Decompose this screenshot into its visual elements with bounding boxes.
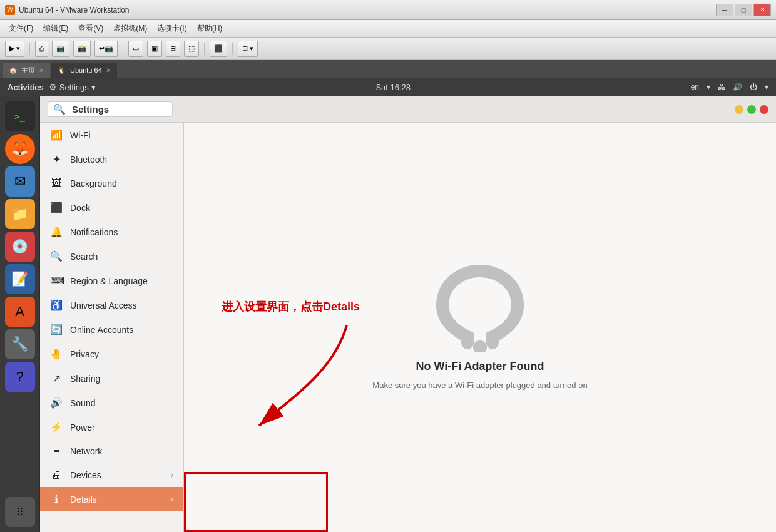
devices-icon: 🖨 xyxy=(50,469,63,481)
menu-tab[interactable]: 选项卡(I) xyxy=(153,22,190,35)
region-icon: ⌨ xyxy=(50,275,63,287)
toolbar-snapshot3[interactable]: ↩📷 xyxy=(94,41,118,57)
settings-sidebar: 📶 Wi-Fi ✦ Bluetooth 🖼 Background ⬛ Dock … xyxy=(40,123,184,532)
sidebar-item-network[interactable]: 🖥 Network xyxy=(40,439,183,463)
sidebar-label-power: Power xyxy=(70,422,95,432)
toolbar-fit[interactable]: ⊡ ▾ xyxy=(238,41,258,57)
sidebar-label-universal: Universal Access xyxy=(70,300,137,310)
toolbar-screen3[interactable]: ⊞ xyxy=(166,41,180,57)
menu-view[interactable]: 查看(V) xyxy=(74,22,107,35)
tab-ubuntu[interactable]: 🐧 Ubuntu 64 ✕ xyxy=(51,63,117,78)
sidebar-label-details: Details xyxy=(70,494,97,504)
home-icon: 🏠 xyxy=(9,66,18,74)
sound-icon: 🔊 xyxy=(733,83,742,91)
no-wifi-graphic xyxy=(430,265,530,352)
toolbar-send[interactable]: ⎙ xyxy=(35,41,48,57)
toolbar-screen4[interactable]: ⬚ xyxy=(184,41,199,57)
search-sidebar-icon: 🔍 xyxy=(50,250,63,262)
sidebar-item-dock[interactable]: ⬛ Dock xyxy=(40,195,183,220)
settings-dropdown-icon: ▾ xyxy=(91,83,96,92)
ubuntu-icon: 🐧 xyxy=(58,66,66,74)
settings-search-box[interactable]: 🔍 Settings xyxy=(48,101,173,117)
toolbar-screen2[interactable]: ▣ xyxy=(147,41,162,57)
sidebar-item-wifi[interactable]: 📶 Wi-Fi xyxy=(40,123,183,147)
close-button[interactable]: ✕ xyxy=(753,4,771,16)
dock-systemtools[interactable]: 🔧 xyxy=(5,329,35,359)
minimize-button[interactable]: ─ xyxy=(716,4,733,16)
settings-content: No Wi-Fi Adapter Found Make sure you hav… xyxy=(184,123,776,532)
tab-bar: 🏠 主页 ✕ 🐧 Ubuntu 64 ✕ xyxy=(0,60,776,78)
sidebar-label-privacy: Privacy xyxy=(70,349,99,359)
annotation-arrow-svg xyxy=(222,319,384,432)
sidebar-item-search[interactable]: 🔍 Search xyxy=(40,244,183,269)
dock-help[interactable]: ? xyxy=(5,362,35,392)
vmware-toolbar: ▶ ▾ ⎙ 📷 📸 ↩📷 ▭ ▣ ⊞ ⬚ ⬛ ⊡ ▾ xyxy=(0,38,776,60)
topbar-lang-arrow: ▾ xyxy=(707,83,710,91)
tab-home-close[interactable]: ✕ xyxy=(39,67,44,74)
sidebar-label-region: Region & Language xyxy=(70,276,148,286)
sidebar-label-sound: Sound xyxy=(70,398,95,408)
menu-vm[interactable]: 虚拟机(M) xyxy=(110,22,151,35)
settings-title: Settings xyxy=(72,104,109,115)
toolbar-power[interactable]: ▶ ▾ xyxy=(5,41,24,57)
apps-grid-icon: ⠿ xyxy=(16,506,24,518)
sidebar-item-sound[interactable]: 🔊 Sound xyxy=(40,391,183,415)
tab-ubuntu-close[interactable]: ✕ xyxy=(106,67,111,74)
sidebar-item-sharing[interactable]: ↗ Sharing xyxy=(40,366,183,391)
window-controls: ─ □ ✕ xyxy=(716,4,771,16)
topbar-lang[interactable]: en xyxy=(691,83,699,91)
topbar-datetime: Sat 16:28 xyxy=(96,83,691,92)
settings-close[interactable] xyxy=(760,105,768,114)
details-icon: ℹ xyxy=(50,493,63,505)
online-icon: 🔄 xyxy=(50,324,63,335)
no-wifi-title: No Wi-Fi Adapter Found xyxy=(416,360,544,373)
vmware-titlebar: W Ubuntu 64 - VMware Workstation ─ □ ✕ xyxy=(0,0,776,20)
dock-mail[interactable]: ✉ xyxy=(5,166,35,197)
sharing-icon: ↗ xyxy=(50,372,63,384)
activities-button[interactable]: Activities xyxy=(8,83,44,92)
privacy-icon: 🤚 xyxy=(50,348,63,360)
settings-minimize[interactable] xyxy=(735,105,743,114)
toolbar-screen1[interactable]: ▭ xyxy=(128,41,143,57)
dock-rhythmbox[interactable]: 💿 xyxy=(5,232,35,262)
settings-maximize[interactable] xyxy=(747,105,756,114)
menu-help[interactable]: 帮助(H) xyxy=(193,22,227,35)
dock-files[interactable]: 📁 xyxy=(5,199,35,229)
dock-notes[interactable]: 📝 xyxy=(5,264,35,294)
svg-point-0 xyxy=(473,340,487,352)
no-wifi-subtitle: Make sure you have a Wi-Fi adapter plugg… xyxy=(372,381,587,390)
sidebar-item-bluetooth[interactable]: ✦ Bluetooth xyxy=(40,147,183,171)
sidebar-label-search: Search xyxy=(70,252,98,262)
network-status-icon: 🖧 xyxy=(718,83,725,91)
dock-terminal[interactable]: >_ xyxy=(5,101,35,131)
toolbar-terminal[interactable]: ⬛ xyxy=(210,41,227,57)
dock-firefox[interactable]: 🦊 xyxy=(5,134,35,164)
sidebar-item-power[interactable]: ⚡ Power xyxy=(40,415,183,439)
sidebar-item-devices[interactable]: 🖨 Devices › xyxy=(40,463,183,487)
menu-file[interactable]: 文件(F) xyxy=(5,22,37,35)
annotation-container: 进入设置界面，点击Details xyxy=(222,299,384,432)
devices-arrow-icon: › xyxy=(171,471,173,479)
toolbar-snapshot1[interactable]: 📷 xyxy=(52,41,69,57)
tab-home[interactable]: 🏠 主页 ✕ xyxy=(3,63,50,78)
settings-window-controls xyxy=(735,105,768,114)
dock-apps-grid[interactable]: ⠿ xyxy=(5,497,35,527)
settings-main: 📶 Wi-Fi ✦ Bluetooth 🖼 Background ⬛ Dock … xyxy=(40,123,776,532)
menu-edit[interactable]: 编辑(E) xyxy=(39,22,72,35)
sidebar-item-notifications[interactable]: 🔔 Notifications xyxy=(40,220,183,244)
power-sidebar-icon: ⚡ xyxy=(50,421,63,433)
maximize-button[interactable]: □ xyxy=(735,4,752,16)
dock-appstore[interactable]: A xyxy=(5,297,35,327)
sidebar-label-wifi: Wi-Fi xyxy=(70,130,91,140)
sidebar-item-universal[interactable]: ♿ Universal Access xyxy=(40,293,183,317)
settings-menu-button[interactable]: ⚙ Settings ▾ xyxy=(49,82,96,92)
sidebar-item-region[interactable]: ⌨ Region & Language xyxy=(40,269,183,293)
sidebar-item-online[interactable]: 🔄 Online Accounts xyxy=(40,317,183,342)
sidebar-label-background: Background xyxy=(70,178,117,188)
toolbar-snapshot2[interactable]: 📸 xyxy=(73,41,91,57)
sidebar-item-details[interactable]: ℹ Details › xyxy=(40,487,183,511)
universal-icon: ♿ xyxy=(50,299,63,311)
toolbar-separator-2 xyxy=(123,43,123,55)
sidebar-item-privacy[interactable]: 🤚 Privacy xyxy=(40,342,183,366)
sidebar-item-background[interactable]: 🖼 Background xyxy=(40,171,183,195)
